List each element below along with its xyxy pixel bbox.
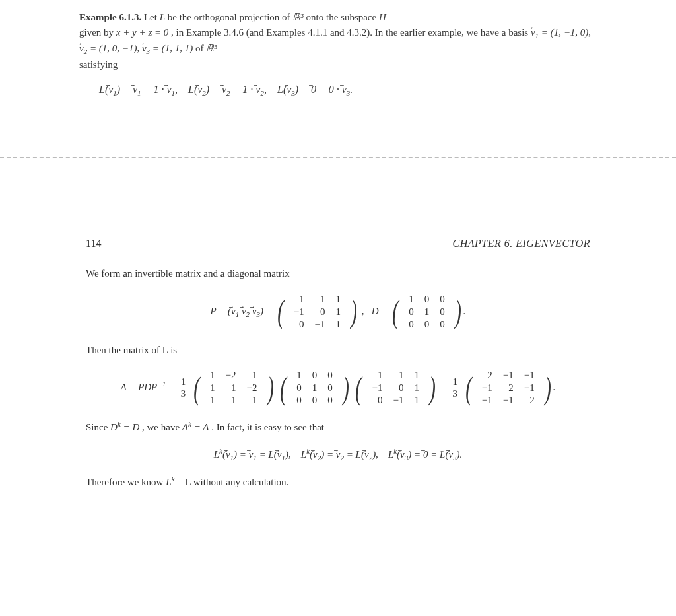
- L-sym: L: [160, 12, 165, 22]
- Ak-eq-A: Ak = A: [182, 422, 209, 432]
- t2: be the orthogonal projection of: [168, 12, 293, 22]
- since-line: Since Dk = D , we have Ak = A . In fact,…: [86, 419, 590, 435]
- satisfying: satisfying: [79, 59, 118, 70]
- therefore-line: Therefore we know Lk = L without any cal…: [86, 473, 590, 490]
- t1: Let: [144, 12, 160, 22]
- Lk-equations: Lk(v1) = v1 = L(v1), Lk(v2) = v2 = L(v2)…: [86, 447, 590, 462]
- L-eigen-equations: L(v1) = v1 = 1 · v1, L(v2) = v2 = 1 · v2…: [79, 84, 597, 97]
- t4: given by: [79, 27, 116, 38]
- frac-1-3b: 13: [452, 376, 459, 399]
- page-gap: [0, 158, 676, 218]
- matrix-D2: ( 100 010 000 ): [278, 369, 351, 407]
- H-sym: H: [379, 12, 386, 22]
- P-D-definition: P = (v1 v2 v3) = ( 111 −101 0−11 ) , D =…: [86, 293, 590, 331]
- R3-1: ℝ³: [292, 12, 304, 22]
- matrix-P: ( 111 −101 0−11 ): [275, 293, 359, 331]
- then-text: Then the matrix of L is: [86, 343, 590, 358]
- matrix-Pinv: ( 1−21 11−2 111 ): [191, 369, 275, 407]
- page-number: 114: [86, 238, 101, 250]
- page-divider: [0, 149, 676, 158]
- A-equation: A = PDP−1 = 13 ( 1−21 11−2 111 ) ( 100 0…: [86, 369, 590, 407]
- t3: onto the subspace: [306, 12, 379, 22]
- example-paragraph: Example 6.1.3. Let L be the orthogonal p…: [79, 10, 597, 72]
- line-form-matrices: We form an invertible matrix and a diago…: [86, 266, 590, 281]
- page-root: Example 6.1.3. Let L be the orthogonal p…: [0, 0, 676, 537]
- lower-page: 114 CHAPTER 6. EIGENVECTOR We form an in…: [0, 218, 676, 537]
- plane-eq: x + y + z = 0: [116, 27, 169, 38]
- Lk-sym: Lk: [166, 477, 174, 487]
- matrix-D: ( 100 010 000 ): [390, 293, 463, 331]
- R3-2: ℝ³: [206, 43, 217, 53]
- t5: , in Example 3.4.6 (and Examples 4.1.1 a…: [171, 27, 531, 38]
- frac-1-3a: 13: [180, 376, 187, 399]
- v2-def: v2 = (1, 0, −1): [79, 43, 137, 53]
- example-label: Example 6.1.3.: [79, 12, 141, 22]
- t6: of: [195, 43, 206, 53]
- page-header: 114 CHAPTER 6. EIGENVECTOR: [86, 238, 590, 250]
- chapter-title: CHAPTER 6. EIGENVECTOR: [453, 238, 590, 250]
- v3-def: v3 = (1, 1, 1): [142, 43, 193, 53]
- v1-def: v1 = (1, −1, 0): [531, 27, 588, 38]
- matrix-P2: ( 111 −101 0−11 ): [353, 369, 437, 407]
- upper-page: Example 6.1.3. Let L be the orthogonal p…: [0, 0, 676, 135]
- matrix-A-result: ( 2−1−1 −12−1 −1−12 ): [463, 369, 553, 407]
- Dk-eq-D: Dk = D: [110, 422, 139, 432]
